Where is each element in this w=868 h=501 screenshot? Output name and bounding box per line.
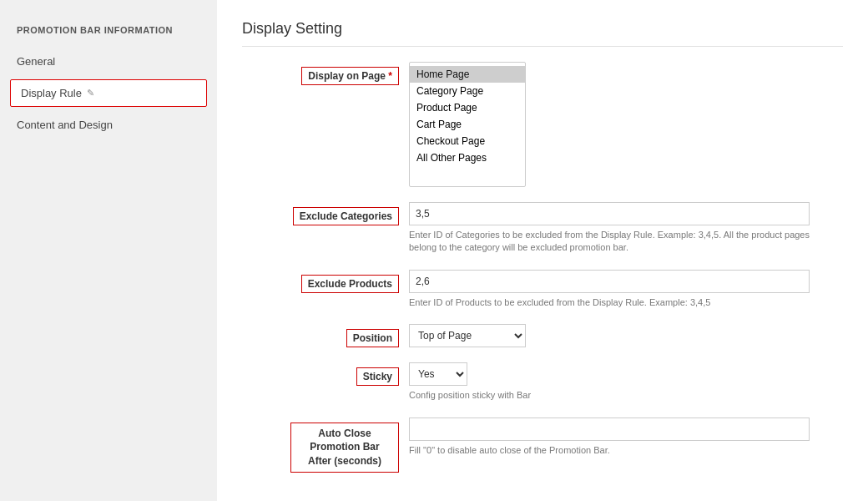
auto-close-hint: Fill "0" to disable auto close of the Pr… [409, 444, 826, 457]
sidebar-item-content-design[interactable]: Content and Design [0, 110, 217, 139]
auto-close-label: Auto Close Promotion Bar After (seconds) [290, 423, 399, 473]
display-on-page-control: Home PageCategory PageProduct PageCart P… [409, 62, 843, 187]
section-title: Display Setting [242, 20, 843, 47]
sidebar-item-general[interactable]: General [0, 47, 217, 76]
exclude-categories-label-col: Exclude Categories [242, 202, 409, 225]
sidebar: PROMOTION BAR INFORMATION General Displa… [0, 0, 217, 501]
sticky-label: Sticky [356, 367, 399, 386]
sticky-row: Sticky Yes No Config position sticky wit… [242, 362, 843, 402]
exclude-categories-row: Exclude Categories Enter ID of Categorie… [242, 202, 843, 255]
exclude-products-control: Enter ID of Products to be excluded from… [409, 270, 843, 309]
main-content: Display Setting Display on Page Home Pag… [217, 0, 868, 501]
exclude-products-row: Exclude Products Enter ID of Products to… [242, 270, 843, 309]
sticky-label-col: Sticky [242, 362, 409, 386]
exclude-categories-label: Exclude Categories [293, 207, 399, 225]
display-on-page-row: Display on Page Home PageCategory PagePr… [242, 62, 843, 187]
auto-close-control: Fill "0" to disable auto close of the Pr… [409, 418, 843, 457]
display-on-page-label: Display on Page [301, 67, 399, 85]
display-on-page-label-col: Display on Page [242, 62, 409, 85]
auto-close-row: Auto Close Promotion Bar After (seconds)… [242, 418, 843, 473]
sidebar-item-display-rule[interactable]: Display Rule ✎ [10, 79, 207, 107]
page-wrapper: PROMOTION BAR INFORMATION General Displa… [0, 0, 868, 501]
sidebar-item-general-label: General [17, 55, 55, 68]
position-select[interactable]: Top of Page Bottom of Page [409, 324, 526, 347]
exclude-categories-hint: Enter ID of Categories to be excluded fr… [409, 229, 826, 255]
position-row: Position Top of Page Bottom of Page [242, 324, 843, 347]
sidebar-item-content-design-label: Content and Design [17, 119, 113, 131]
exclude-products-hint: Enter ID of Products to be excluded from… [409, 296, 826, 309]
sidebar-item-display-rule-label: Display Rule [21, 87, 82, 99]
position-label-col: Position [242, 324, 409, 347]
sticky-control: Yes No Config position sticky with Bar [409, 362, 843, 402]
exclude-products-input[interactable] [409, 270, 810, 293]
exclude-categories-control: Enter ID of Categories to be excluded fr… [409, 202, 843, 255]
auto-close-input[interactable] [409, 418, 810, 441]
position-control: Top of Page Bottom of Page [409, 324, 843, 347]
exclude-products-label: Exclude Products [301, 275, 399, 293]
exclude-categories-input[interactable] [409, 202, 810, 225]
sidebar-title: PROMOTION BAR INFORMATION [0, 17, 217, 47]
sticky-hint: Config position sticky with Bar [409, 389, 826, 402]
form-area: Display on Page Home PageCategory PagePr… [242, 62, 843, 473]
sticky-select[interactable]: Yes No [409, 362, 467, 386]
display-on-page-select[interactable]: Home PageCategory PageProduct PageCart P… [409, 62, 526, 187]
exclude-products-label-col: Exclude Products [242, 270, 409, 293]
position-label: Position [346, 329, 399, 347]
sticky-inline: Yes No [409, 362, 843, 386]
auto-close-label-col: Auto Close Promotion Bar After (seconds) [242, 418, 409, 473]
edit-icon: ✎ [87, 88, 94, 99]
